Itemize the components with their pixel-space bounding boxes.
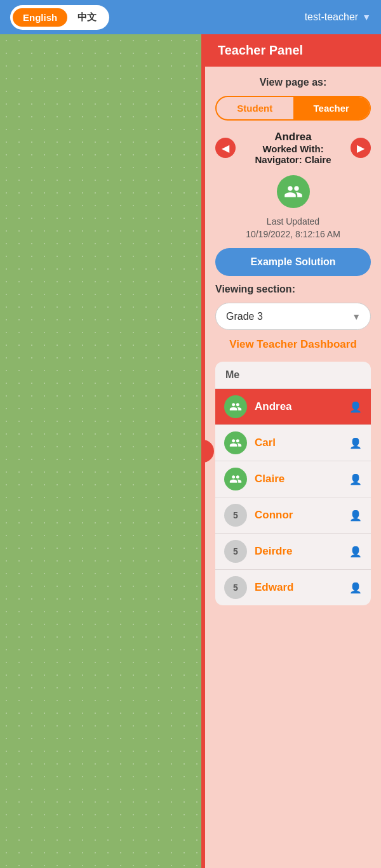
claire-person-icon: 👤 bbox=[349, 473, 362, 485]
andrea-group-icon bbox=[224, 395, 247, 418]
deirdre-name: Deirdre bbox=[255, 545, 342, 558]
carl-name: Carl bbox=[255, 437, 342, 449]
current-student-name: Andrea bbox=[236, 131, 351, 143]
worked-with-label: Worked With: bbox=[236, 143, 351, 154]
view-dashboard-link[interactable]: View Teacher Dashboard bbox=[229, 338, 357, 352]
edward-number-icon: 5 bbox=[224, 576, 247, 599]
group-icon bbox=[277, 175, 310, 208]
connor-name: Connor bbox=[255, 509, 342, 522]
claire-group-icon bbox=[224, 468, 247, 490]
username-label: test-teacher bbox=[305, 11, 358, 23]
carl-person-icon: 👤 bbox=[349, 437, 362, 449]
student-info-block: Andrea Worked With: Navigator: Claire bbox=[236, 131, 351, 165]
last-updated-date: 10/19/2022, 8:12:16 AM bbox=[246, 228, 340, 241]
teacher-view-button[interactable]: Teacher bbox=[293, 97, 370, 119]
students-header: Me bbox=[215, 362, 371, 388]
view-as-label: View page as: bbox=[260, 77, 327, 88]
andrea-name: Andrea bbox=[255, 400, 342, 413]
main-area: </> › Teacher Panel View page as: Studen… bbox=[0, 34, 381, 868]
deirdre-person-icon: 👤 bbox=[349, 546, 362, 558]
panel-title: Teacher Panel bbox=[218, 43, 303, 57]
last-updated-label: Last Updated bbox=[246, 216, 340, 228]
claire-name: Claire bbox=[255, 473, 342, 485]
user-dropdown-icon[interactable]: ▼ bbox=[362, 12, 371, 22]
navigator-label: Navigator: Claire bbox=[236, 154, 351, 165]
student-item-andrea[interactable]: Andrea 👤 bbox=[215, 388, 371, 424]
andrea-group-svg bbox=[229, 400, 242, 413]
group-svg-icon bbox=[284, 182, 303, 201]
student-item-edward[interactable]: 5 Edward 👤 bbox=[215, 569, 371, 605]
connor-number-icon: 5 bbox=[224, 504, 247, 527]
students-section: Me Andrea 👤 bbox=[215, 362, 371, 605]
andrea-person-icon: 👤 bbox=[349, 401, 362, 413]
language-toggle: English 中文 bbox=[10, 5, 109, 30]
english-lang-button[interactable]: English bbox=[13, 8, 67, 27]
student-nav-row: ◀ Andrea Worked With: Navigator: Claire … bbox=[215, 128, 371, 168]
viewing-section-label: Viewing section: bbox=[215, 284, 295, 295]
student-item-deirdre[interactable]: 5 Deirdre 👤 bbox=[215, 533, 371, 569]
student-item-claire[interactable]: Claire 👤 bbox=[215, 461, 371, 497]
edward-person-icon: 👤 bbox=[349, 582, 362, 594]
last-updated-block: Last Updated 10/19/2022, 8:12:16 AM bbox=[246, 216, 340, 240]
next-student-button[interactable]: ▶ bbox=[351, 138, 371, 158]
carl-group-icon bbox=[224, 431, 247, 454]
teacher-panel: › Teacher Panel View page as: Student Te… bbox=[201, 34, 381, 868]
prev-student-button[interactable]: ◀ bbox=[215, 138, 236, 158]
connor-person-icon: 👤 bbox=[349, 510, 362, 522]
chinese-lang-button[interactable]: 中文 bbox=[67, 8, 107, 27]
view-toggle: Student Teacher bbox=[215, 96, 371, 121]
student-view-button[interactable]: Student bbox=[217, 97, 293, 119]
claire-group-svg bbox=[229, 473, 242, 485]
grade-select-wrapper: Grade 3 Grade 4 Grade 5 ▼ bbox=[215, 303, 371, 330]
panel-header: Teacher Panel bbox=[205, 34, 381, 67]
carl-group-svg bbox=[229, 437, 242, 449]
grade-select[interactable]: Grade 3 Grade 4 Grade 5 bbox=[215, 303, 371, 330]
student-item-carl[interactable]: Carl 👤 bbox=[215, 424, 371, 461]
header: English 中文 test-teacher ▼ bbox=[0, 0, 381, 34]
example-solution-button[interactable]: Example Solution bbox=[215, 248, 371, 276]
deirdre-number-icon: 5 bbox=[224, 540, 247, 563]
student-item-connor[interactable]: 5 Connor 👤 bbox=[215, 497, 371, 533]
panel-body: View page as: Student Teacher ◀ Andrea W… bbox=[205, 67, 381, 615]
user-info: test-teacher ▼ bbox=[305, 11, 371, 23]
edward-name: Edward bbox=[255, 581, 342, 594]
